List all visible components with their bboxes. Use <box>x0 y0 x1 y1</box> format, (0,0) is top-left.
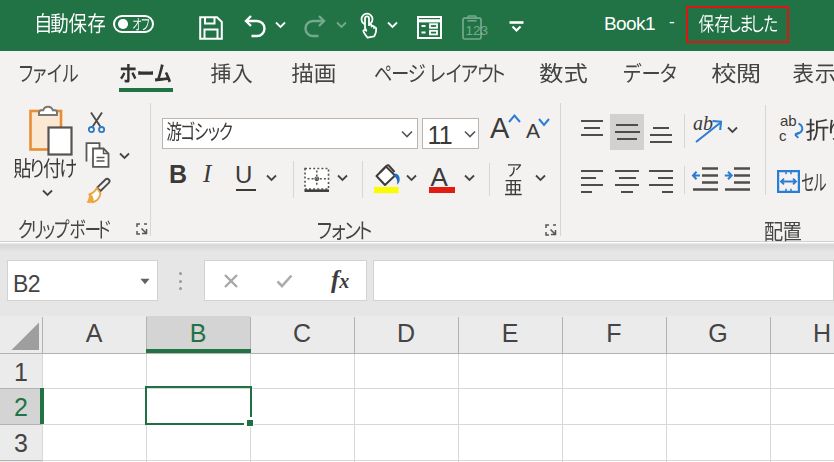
svg-text:c: c <box>779 127 787 144</box>
